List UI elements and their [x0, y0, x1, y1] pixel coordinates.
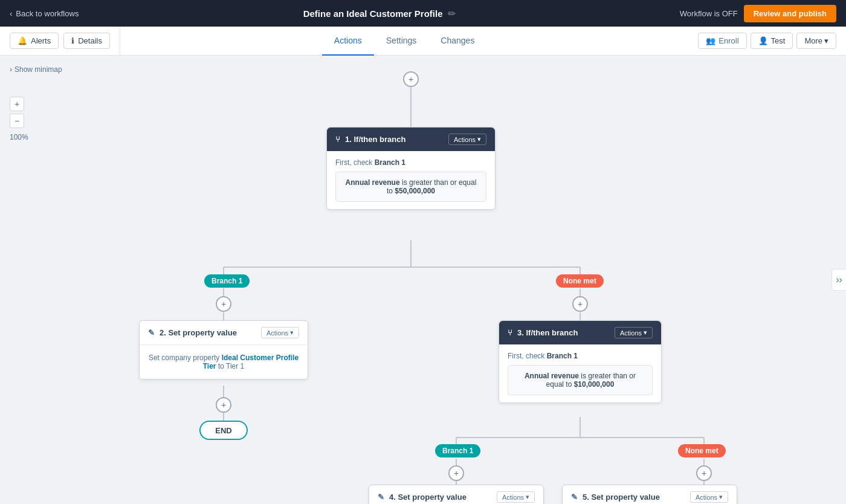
canvas: › Show minimap + − 100% ›› — [0, 56, 846, 504]
after-node2-add-button[interactable]: + — [216, 397, 231, 413]
tab-actions[interactable]: Actions — [322, 27, 374, 56]
node-2-title: 2. Set property value — [160, 328, 237, 337]
branch-2-green-label: Branch 1 — [435, 444, 480, 457]
test-button[interactable]: 👤 Test — [751, 33, 793, 49]
chevron-down-icon: ▾ — [824, 36, 828, 45]
enroll-button[interactable]: 👥 Enroll — [698, 33, 746, 49]
zoom-out-button[interactable]: − — [10, 114, 24, 128]
branch-nomet-add-button[interactable]: + — [572, 296, 588, 312]
node-4-setproperty: ✎ 4. Set property value Actions ▾ Set co… — [369, 485, 544, 504]
node-3-actions-button[interactable]: Actions ▾ — [615, 327, 653, 338]
branch-1-green-label: Branch 1 — [204, 274, 250, 288]
toolbar: 🔔 Alerts ℹ Details Actions Settings Chan… — [0, 27, 846, 56]
branch-icon: ⑂ — [335, 135, 340, 144]
node-1-title: 1. If/then branch — [345, 135, 405, 144]
branch1-add-button[interactable]: + — [216, 296, 231, 312]
back-label: Back to workflows — [16, 9, 79, 18]
edit-title-icon[interactable]: ✏ — [448, 8, 456, 19]
end-node: END — [199, 421, 248, 440]
node-4-actions-button[interactable]: Actions ▾ — [497, 491, 535, 503]
people-icon: 👥 — [706, 36, 715, 45]
tab-settings[interactable]: Settings — [374, 27, 429, 56]
toolbar-left: 🔔 Alerts ℹ Details — [0, 27, 120, 55]
chevron-right-icon: › — [10, 65, 12, 74]
node-5-setproperty: ✎ 5. Set property value Actions ▾ Set co… — [562, 485, 737, 504]
minimap-toggle[interactable]: › Show minimap — [10, 65, 62, 74]
info-icon: ℹ — [71, 36, 74, 45]
node-1-subtitle: First, check Branch 1 — [335, 158, 486, 167]
bell-icon: 🔔 — [18, 36, 27, 45]
alerts-button[interactable]: 🔔 Alerts — [10, 33, 59, 49]
node-5-title: 5. Set property value — [583, 493, 660, 502]
branch-2-red-label: None met — [678, 444, 726, 457]
zoom-controls: + − 100% — [10, 80, 28, 141]
node-2-body: Set company property Ideal Customer Prof… — [140, 345, 308, 379]
chevron-down-icon-2: ▾ — [290, 329, 294, 337]
node-3-body: First, check Branch 1 Annual revenue is … — [499, 344, 661, 402]
toolbar-tabs: Actions Settings Changes — [120, 27, 688, 55]
node-1-condition: Annual revenue is greater than or equal … — [335, 172, 486, 202]
node-3-condition: Annual revenue is greater than or equal … — [508, 365, 653, 395]
node-1-header: ⑂ 1. If/then branch Actions ▾ — [327, 128, 495, 151]
top-nav: ‹ Back to workflows Define an Ideal Cust… — [0, 0, 846, 27]
more-button[interactable]: More ▾ — [796, 33, 836, 49]
node-1-actions-button[interactable]: Actions ▾ — [448, 134, 486, 145]
publish-button[interactable]: Review and publish — [744, 5, 836, 22]
collapse-icon: ›› — [836, 274, 842, 285]
chevron-down-icon-3: ▾ — [644, 329, 647, 337]
zoom-in-button[interactable]: + — [10, 97, 24, 111]
workflow-title: Define an Ideal Customer Profile — [303, 8, 443, 19]
edit-icon-5: ✎ — [571, 493, 578, 502]
node-5-header: ✎ 5. Set property value Actions ▾ — [563, 485, 737, 504]
node-5-actions-button[interactable]: Actions ▾ — [690, 491, 728, 503]
node-1-body: First, check Branch 1 Annual revenue is … — [327, 151, 495, 209]
node-3-header: ⑂ 3. If/then branch Actions ▾ — [499, 321, 661, 344]
node-3-ifthen: ⑂ 3. If/then branch Actions ▾ First, che… — [499, 320, 662, 403]
sidebar-collapse-button[interactable]: ›› — [831, 269, 846, 291]
back-link[interactable]: ‹ Back to workflows — [10, 9, 79, 18]
node-3-title: 3. If/then branch — [517, 328, 578, 337]
chevron-down-icon: ▾ — [477, 135, 481, 143]
node-2-header: ✎ 2. Set property value Actions ▾ — [140, 321, 308, 345]
node-3-subtitle: First, check Branch 1 — [508, 352, 653, 360]
node-1-ifthen: ⑂ 1. If/then branch Actions ▾ First, che… — [326, 127, 496, 210]
nav-right: Workflow is OFF Review and publish — [680, 5, 836, 22]
top-add-button[interactable]: + — [403, 71, 419, 87]
branch-icon-3: ⑂ — [508, 328, 512, 337]
chevron-down-icon-5: ▾ — [719, 493, 723, 501]
tab-changes[interactable]: Changes — [428, 27, 486, 56]
flow-container: + ⑂ 1. If/then branch Actions ▾ First, c… — [0, 56, 846, 504]
details-button[interactable]: ℹ Details — [63, 33, 110, 49]
node-2-setproperty: ✎ 2. Set property value Actions ▾ Set co… — [139, 320, 308, 380]
back-arrow-icon: ‹ — [10, 9, 12, 18]
nav-title-area: Define an Ideal Customer Profile ✏ — [88, 8, 670, 19]
node-2-actions-button[interactable]: Actions ▾ — [261, 327, 299, 338]
edit-icon-4: ✎ — [378, 493, 384, 502]
zoom-level: 100% — [10, 131, 28, 141]
user-icon: 👤 — [758, 36, 768, 45]
branch-1-red-label: None met — [556, 274, 604, 288]
toolbar-right: 👥 Enroll 👤 Test More ▾ — [688, 27, 846, 55]
chevron-down-icon-4: ▾ — [526, 493, 529, 501]
edit-icon-2: ✎ — [148, 328, 155, 337]
workflow-status: Workflow is OFF — [680, 9, 738, 18]
node-4-header: ✎ 4. Set property value Actions ▾ — [369, 485, 543, 504]
node-4-title: 4. Set property value — [389, 493, 467, 502]
branch2-nomet-add-button[interactable]: + — [696, 465, 712, 481]
branch2-add-button[interactable]: + — [448, 465, 464, 481]
flow-inner: + ⑂ 1. If/then branch Actions ▾ First, c… — [60, 62, 786, 504]
